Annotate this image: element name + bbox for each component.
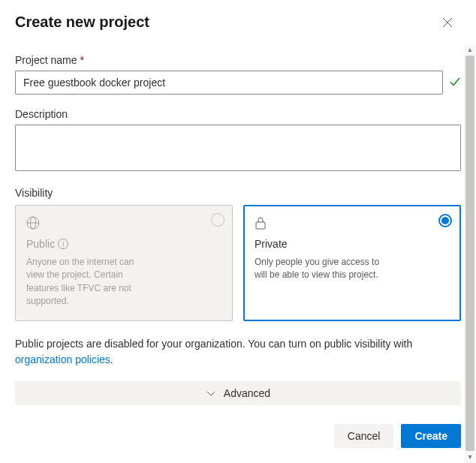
description-field: Description bbox=[15, 108, 461, 173]
scrollbar[interactable]: ▲ ▼ bbox=[464, 44, 476, 463]
checkmark-icon bbox=[449, 76, 461, 90]
dialog-title: Create new project bbox=[15, 14, 149, 31]
notice-text-before: Public projects are disabled for your or… bbox=[15, 338, 412, 350]
close-button[interactable] bbox=[438, 14, 456, 32]
radio-public bbox=[211, 213, 224, 227]
svg-rect-3 bbox=[256, 222, 265, 229]
scroll-up-icon[interactable]: ▲ bbox=[464, 44, 476, 56]
globe-icon bbox=[26, 216, 221, 232]
advanced-toggle[interactable]: Advanced bbox=[15, 381, 461, 405]
description-input[interactable] bbox=[15, 125, 461, 171]
project-name-input[interactable] bbox=[15, 71, 443, 95]
label-text: Project name bbox=[15, 54, 77, 66]
info-icon[interactable]: i bbox=[58, 239, 68, 249]
create-project-dialog: Create new project Project name * Descri… bbox=[0, 0, 476, 463]
visibility-option-public: Public i Anyone on the internet can view… bbox=[15, 205, 233, 321]
cancel-button[interactable]: Cancel bbox=[334, 424, 394, 448]
radio-dot bbox=[441, 217, 449, 224]
public-title: Public bbox=[26, 238, 55, 250]
private-title: Private bbox=[255, 238, 450, 250]
close-icon bbox=[441, 17, 453, 29]
public-title-row: Public i bbox=[26, 238, 221, 250]
dialog-footer: Cancel Create bbox=[15, 409, 461, 448]
create-button[interactable]: Create bbox=[401, 424, 461, 448]
advanced-label: Advanced bbox=[224, 387, 270, 399]
private-desc: Only people you give access to will be a… bbox=[255, 256, 382, 282]
public-desc: Anyone on the internet can view the proj… bbox=[26, 256, 154, 308]
chevron-down-icon bbox=[206, 388, 216, 398]
description-label: Description bbox=[15, 108, 461, 120]
scroll-down-icon[interactable]: ▼ bbox=[464, 451, 476, 463]
required-mark: * bbox=[80, 54, 83, 66]
organization-policies-link[interactable]: organization policies bbox=[15, 353, 110, 365]
dialog-header: Create new project bbox=[15, 14, 461, 32]
radio-private bbox=[438, 214, 452, 227]
visibility-field: Visibility Public i Anyone on the intern… bbox=[15, 187, 461, 321]
lock-icon bbox=[255, 216, 450, 232]
notice-text-after: . bbox=[110, 353, 113, 365]
project-name-label: Project name * bbox=[15, 54, 461, 66]
project-name-field: Project name * bbox=[15, 54, 461, 95]
project-name-row bbox=[15, 71, 461, 95]
public-disabled-notice: Public projects are disabled for your or… bbox=[15, 336, 461, 368]
scroll-thumb[interactable] bbox=[465, 56, 474, 451]
visibility-label: Visibility bbox=[15, 187, 461, 199]
visibility-options: Public i Anyone on the internet can view… bbox=[15, 205, 461, 321]
visibility-option-private[interactable]: Private Only people you give access to w… bbox=[243, 205, 461, 321]
